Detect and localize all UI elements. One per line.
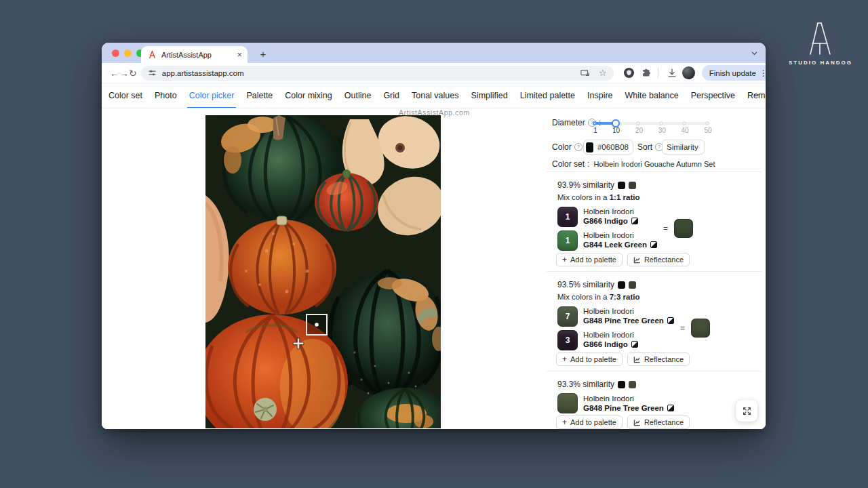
plus-icon: +	[562, 355, 567, 363]
color-picker-sample-box[interactable]	[307, 314, 327, 335]
tab-close-icon[interactable]: ×	[237, 50, 242, 59]
mark-50[interactable]: 50	[704, 127, 711, 134]
tab-outline[interactable]: Outline	[338, 83, 378, 108]
line-chart-icon	[633, 356, 641, 363]
url-text[interactable]: app.artistassistapp.com	[162, 69, 572, 77]
add-to-palette-button[interactable]: + Add to palette	[556, 352, 623, 366]
tab-white-balance[interactable]: White balance	[619, 83, 685, 108]
mark-40[interactable]: 40	[682, 127, 689, 134]
semi-opaque-icon	[667, 405, 674, 411]
tab-inspire[interactable]: Inspire	[581, 83, 619, 108]
target-color-swatch	[618, 281, 625, 289]
mix-color-swatch	[629, 281, 636, 289]
add-to-palette-button[interactable]: + Add to palette	[556, 253, 623, 266]
paint-swatch: 1	[557, 207, 578, 227]
tab-search-chevron-icon[interactable]	[748, 47, 760, 59]
mix-card: 93.3% similarity Holbein Irodori G	[547, 371, 762, 429]
sort-label: Sort	[637, 142, 652, 152]
browser-tab[interactable]: ArtistAssistApp ×	[141, 46, 248, 63]
equals-sign: =	[663, 224, 668, 233]
browser-toolbar: ← → ↻ app.artistassistapp.com ☆	[102, 63, 766, 83]
mark-30[interactable]: 30	[658, 127, 666, 134]
reflectance-button[interactable]: Reflectance	[627, 415, 690, 429]
site-settings-icon[interactable]	[148, 68, 157, 77]
plus-icon: +	[562, 418, 567, 426]
desktop: STUDIO HANDOG ArtistAssistApp × +	[0, 0, 868, 488]
extensions-puzzle-icon[interactable]	[639, 66, 654, 81]
paint-name: G866 Indigo	[583, 340, 628, 349]
mix-suggestions: 93.9% similarity Mix colors in a 1:1 rat…	[547, 171, 766, 429]
color-hex-field[interactable]: #060B08	[583, 140, 633, 155]
reflectance-button[interactable]: Reflectance	[627, 352, 690, 366]
new-tab-button[interactable]: +	[255, 45, 271, 62]
paint-swatch: 7	[557, 306, 578, 327]
paint-name: G866 Indigo	[583, 216, 628, 226]
reload-icon[interactable]: ↻	[129, 66, 137, 81]
profile-avatar[interactable]	[682, 66, 696, 81]
color-set-label: Color set	[552, 159, 585, 169]
tab-limited-palette[interactable]: Limited palette	[514, 83, 581, 108]
tab-palette[interactable]: Palette	[240, 83, 279, 108]
mark-20[interactable]: 20	[635, 127, 643, 134]
extension-shield-icon[interactable]	[622, 66, 637, 81]
toolbar-icons: Finish update ⋮	[620, 65, 766, 81]
sort-select[interactable]: Similarity	[662, 140, 705, 155]
fullscreen-button[interactable]	[736, 400, 757, 422]
tab-tonal-values[interactable]: Tonal values	[406, 83, 465, 108]
content-area: ArtistAssistApp.com	[102, 108, 766, 429]
add-to-palette-button[interactable]: + Add to palette	[556, 415, 623, 429]
reflectance-button[interactable]: Reflectance	[627, 253, 690, 266]
slider-dot-20[interactable]	[636, 121, 640, 125]
mark-10[interactable]: 10	[612, 127, 620, 134]
browser-menu-icon[interactable]: ⋮	[760, 68, 766, 78]
finish-update-button[interactable]: Finish update ⋮	[702, 65, 766, 81]
mix-prefix: Mix colors in a	[557, 193, 608, 201]
minimize-window-button[interactable]	[124, 49, 132, 57]
paint-part: Holbein Irodori G848 Pine Tree Green	[557, 392, 674, 414]
tab-simplified[interactable]: Simplified	[465, 83, 514, 108]
downloads-icon[interactable]	[665, 66, 679, 81]
slider-dot-50[interactable]	[705, 121, 709, 125]
slider-dot-40[interactable]	[682, 121, 686, 125]
address-bar[interactable]: app.artistassistapp.com ☆	[141, 66, 614, 81]
forward-icon[interactable]: →	[119, 66, 129, 81]
slider-dot-30[interactable]	[659, 121, 663, 125]
paint-brand: Holbein Irodori	[583, 231, 657, 240]
tab-grid[interactable]: Grid	[377, 83, 406, 108]
tab-photo[interactable]: Photo	[149, 83, 183, 108]
paint-name: G848 Pine Tree Green	[583, 316, 664, 325]
mix-prefix: Mix colors in a	[557, 293, 608, 301]
bookmark-star-icon[interactable]: ☆	[599, 68, 607, 78]
chevron-down-icon	[698, 144, 700, 150]
back-icon[interactable]: ←	[110, 66, 119, 81]
studio-name: STUDIO HANDOG	[788, 60, 853, 66]
paint-part: 3 Holbein Irodori G866 Indigo	[557, 328, 674, 352]
browser-window: ArtistAssistApp × + ← → ↻ app.artistassi…	[102, 43, 766, 429]
toolbar-divider	[658, 68, 658, 78]
picked-color-swatch	[586, 142, 593, 152]
help-icon[interactable]: ?	[574, 143, 583, 151]
line-chart-icon	[633, 419, 641, 426]
close-window-button[interactable]	[112, 49, 119, 57]
easel-icon	[805, 22, 836, 56]
similarity-text: 93.5% similarity	[557, 280, 614, 289]
tab-color-set[interactable]: Color set	[102, 83, 149, 108]
equals-sign: =	[680, 323, 685, 333]
color-set-value: Holbein Irodori Gouache Autumn Set	[593, 160, 715, 168]
fullscreen-icon	[742, 406, 752, 416]
slider-marks: 1 10 20 30 40 50	[595, 127, 708, 136]
tab-color-mixing[interactable]: Color mixing	[279, 83, 338, 108]
install-app-icon[interactable]	[580, 69, 590, 77]
app-nav: Color set Photo Color picker Palette Col…	[102, 83, 766, 108]
tab-perspective[interactable]: Perspective	[685, 83, 741, 108]
color-hex-value[interactable]: #060B08	[597, 143, 629, 151]
slider-dot-1[interactable]	[593, 121, 597, 125]
paint-brand: Holbein Irodori	[583, 331, 638, 340]
target-color-swatch	[618, 182, 625, 189]
nav-overflow-icon[interactable]: ⋯	[751, 89, 760, 100]
mark-1[interactable]: 1	[593, 127, 597, 134]
tab-title: ArtistAssistApp	[161, 51, 237, 59]
tab-color-picker[interactable]: Color picker	[183, 83, 241, 108]
photo-canvas[interactable]	[205, 115, 441, 428]
line-chart-icon	[633, 256, 641, 264]
